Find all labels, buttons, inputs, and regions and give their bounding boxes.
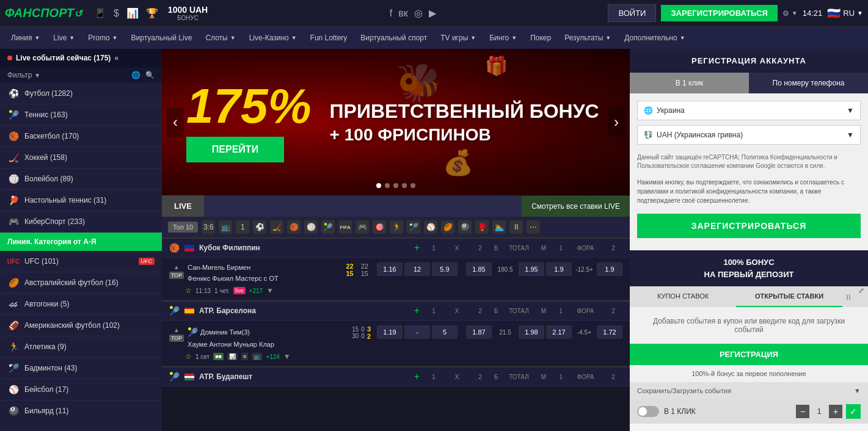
- add-philippines-button[interactable]: +: [414, 242, 420, 253]
- odd-w1-barcelona[interactable]: 1.19: [377, 325, 403, 339]
- odd-x-barcelona[interactable]: -: [404, 325, 430, 339]
- mobile-icon[interactable]: 📱: [94, 7, 106, 19]
- filter-cyber-icon[interactable]: 🎮: [356, 220, 369, 234]
- sport-item-badminton[interactable]: 🏸 Бадминтон (43): [0, 358, 162, 379]
- odd-w1-philippines[interactable]: 1.16: [377, 263, 403, 276]
- header-lang[interactable]: 🇷🇺 RU ▼: [827, 7, 863, 20]
- banner-nav-left[interactable]: ‹: [167, 107, 184, 137]
- save-load-button[interactable]: Сохранить/Загрузить события ▼: [630, 382, 868, 399]
- sport-item-racing[interactable]: 🏎 Автогонки (5): [0, 294, 162, 315]
- nav-slots[interactable]: Слоты ▼: [199, 29, 241, 47]
- filter-fifa-icon[interactable]: FIFA: [338, 220, 352, 234]
- tab-one-click[interactable]: В 1 клик: [630, 73, 749, 93]
- filter-basket-icon[interactable]: 🏀: [287, 220, 301, 234]
- odd-o-barcelona[interactable]: 1.98: [519, 325, 544, 339]
- odd-w2-barcelona[interactable]: 5: [432, 325, 458, 339]
- sport-item-football[interactable]: ⚽ Футбол (1282): [0, 83, 162, 104]
- nav-virtual-live[interactable]: Виртуальный Live: [125, 29, 199, 47]
- sport-item-tennis[interactable]: 🎾 Теннис (163): [0, 104, 162, 126]
- expand-philippines[interactable]: ▼: [266, 286, 274, 295]
- odd-o-philippines[interactable]: 1.95: [519, 263, 544, 276]
- dollar-icon[interactable]: $: [114, 8, 119, 19]
- filter-count-icon[interactable]: 1: [236, 220, 249, 234]
- star-icon-philippines[interactable]: ☆: [185, 286, 192, 295]
- sport-item-baseball[interactable]: ⚾ Бейсбол (17): [0, 379, 162, 400]
- filter-rugby-icon[interactable]: 🏉: [441, 220, 454, 234]
- more-bets-philippines[interactable]: +217: [249, 288, 263, 294]
- add-barcelona-button[interactable]: +: [414, 305, 420, 316]
- expand-barcelona[interactable]: ▼: [283, 352, 291, 361]
- filter-sport5-icon[interactable]: 🥊: [475, 220, 489, 234]
- nav-live-casino[interactable]: Live-Казино ▼: [243, 29, 303, 47]
- add-budapest-button[interactable]: +: [414, 371, 420, 382]
- registration-coupon-button[interactable]: РЕГИСТРАЦИЯ: [630, 344, 868, 365]
- quantity-plus-button[interactable]: +: [829, 405, 842, 418]
- sport-item-basketball[interactable]: 🏀 Баскетбол (170): [0, 126, 162, 147]
- instagram-icon[interactable]: ◎: [414, 7, 423, 19]
- collapse-sidebar-button[interactable]: «: [114, 54, 119, 62]
- banner-dot-3[interactable]: [393, 183, 398, 188]
- sport-item-billiards[interactable]: 🎱 Бильярд (11): [0, 400, 162, 416]
- sport-item-american-football[interactable]: 🏈 Американский футбол (102): [0, 315, 162, 336]
- filter-tv-icon[interactable]: 📺: [219, 220, 232, 234]
- sport-item-aussie-football[interactable]: 🏉 Австралийский футбол (16): [0, 272, 162, 294]
- nav-promo[interactable]: Promo ▼: [82, 29, 123, 47]
- quantity-minus-button[interactable]: −: [796, 405, 809, 418]
- banner-dot-1[interactable]: [376, 183, 381, 188]
- filter-label[interactable]: Фильтр ▼: [7, 71, 40, 79]
- odd-ww-barcelona[interactable]: 1.87: [466, 325, 492, 339]
- odd-h2-barcelona[interactable]: 1.72: [597, 325, 622, 339]
- filter-top10[interactable]: Топ 10: [168, 222, 198, 233]
- filter-hockey-icon2[interactable]: 🏒: [270, 220, 283, 234]
- sport-item-esports[interactable]: 🎮 КиберСпорт (233): [0, 211, 162, 233]
- sport-item-ufc[interactable]: UFC UFC (101) UFC: [0, 251, 162, 272]
- star-icon-barcelona[interactable]: ☆: [185, 352, 192, 361]
- filter-sport6-icon[interactable]: 🏊: [492, 220, 506, 234]
- register-button[interactable]: ЗАРЕГИСТРИРОВАТЬСЯ: [661, 5, 777, 21]
- nav-live[interactable]: Live ▼: [47, 29, 81, 47]
- sport-item-volleyball[interactable]: 🏐 Волейбол (89): [0, 168, 162, 190]
- sport-item-hockey[interactable]: 🏒 Хоккей (158): [0, 147, 162, 168]
- filter-soccer-icon[interactable]: ⚽: [253, 220, 266, 234]
- filter-score-icon[interactable]: 3:6: [202, 220, 215, 234]
- filter-sport3-icon[interactable]: ⚾: [424, 220, 437, 234]
- nav-fun-lottery[interactable]: Fun Lottery: [304, 29, 354, 47]
- odd-h2-philippines[interactable]: 1.9: [597, 263, 622, 276]
- one-click-toggle[interactable]: [637, 406, 659, 417]
- nav-liniya[interactable]: Линия ▼: [5, 29, 46, 47]
- settings-button[interactable]: ⚙ ▼: [782, 9, 798, 18]
- country-select[interactable]: 🌐 Украина ▼: [637, 101, 861, 120]
- login-button[interactable]: ВОЙТИ: [608, 4, 656, 22]
- quantity-confirm-button[interactable]: ✓: [846, 404, 861, 419]
- filter-sport1-icon[interactable]: 🏃: [390, 220, 403, 234]
- filter-sport4-icon[interactable]: 🎱: [458, 220, 472, 234]
- view-all-live-button[interactable]: Смотреть все ставки LIVE: [522, 196, 630, 217]
- currency-select[interactable]: 💱 UAH (Украинская гривна) ▼: [637, 125, 861, 145]
- odd-x-philippines[interactable]: 12: [404, 263, 430, 276]
- tab-coupon[interactable]: КУПОН СТАВОК: [630, 286, 736, 307]
- banner-cta-button[interactable]: ПЕРЕЙТИ: [186, 137, 284, 162]
- filter-tennis-icon2[interactable]: 🎾: [321, 220, 335, 234]
- filter-dota-icon[interactable]: 🎯: [373, 220, 386, 234]
- tab-open-bets[interactable]: ОТКРЫТЫЕ СТАВКИ: [736, 286, 842, 307]
- register-main-button[interactable]: ЗАРЕГИСТРИРОВАТЬСЯ: [637, 214, 861, 238]
- sport-item-athletics[interactable]: 🏃 Атлетика (9): [0, 336, 162, 358]
- globe-icon[interactable]: 🌐: [131, 71, 140, 79]
- banner-dot-4[interactable]: [402, 183, 407, 188]
- banner-dot-2[interactable]: [385, 183, 390, 188]
- search-icon[interactable]: 🔍: [145, 71, 155, 79]
- tab-phone[interactable]: По номеру телефона: [749, 73, 868, 93]
- youtube-icon[interactable]: ▶: [429, 7, 436, 19]
- filter-sport2-icon[interactable]: 🏸: [407, 220, 420, 234]
- nav-virtual-sport[interactable]: Виртуальный спорт: [354, 29, 433, 47]
- vk-icon[interactable]: вк: [398, 8, 408, 19]
- nav-tv-games[interactable]: TV игры ▼: [434, 29, 482, 47]
- odd-u-barcelona[interactable]: 2.17: [546, 325, 572, 339]
- trophy-icon[interactable]: 🏆: [146, 7, 158, 19]
- banner-dot-5[interactable]: [410, 183, 415, 188]
- chart-icon[interactable]: 📊: [126, 7, 139, 19]
- more-bets-barcelona[interactable]: +124: [266, 353, 280, 360]
- filter-sport7-icon[interactable]: II: [509, 220, 523, 234]
- nav-additional[interactable]: Дополнительно ▼: [618, 29, 691, 47]
- nav-bingo[interactable]: Бинго ▼: [483, 29, 523, 47]
